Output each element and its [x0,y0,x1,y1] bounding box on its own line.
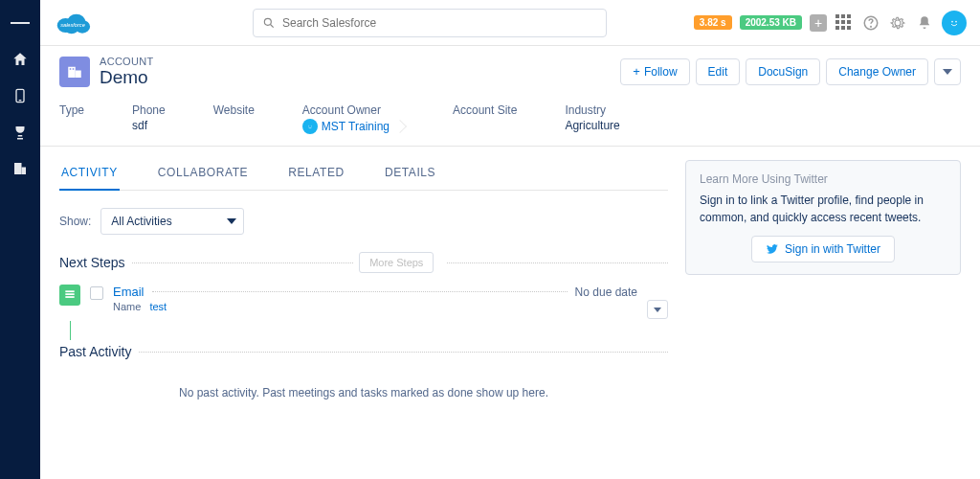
section-next-steps: Next Steps [59,255,124,270]
task-expand-button[interactable] [647,300,668,319]
left-nav [0,0,40,479]
svg-rect-19 [73,68,75,70]
owner-link[interactable]: MST Training [302,119,405,134]
app-launcher-icon[interactable] [835,13,854,33]
field-type: Type [59,103,84,134]
svg-point-14 [951,20,953,22]
help-icon[interactable] [861,13,880,33]
more-steps-button[interactable]: More Steps [359,252,434,273]
record-fields-strip: Type Phone sdf Website Account Owner MST… [40,96,980,146]
user-avatar[interactable] [942,11,967,35]
record-tabs: ACTIVITY COLLABORATE RELATED DETAILS [59,160,668,191]
task-type-icon [59,285,80,306]
hamburger-icon[interactable] [11,13,30,33]
svg-line-10 [271,24,274,27]
settings-icon[interactable] [888,13,907,33]
activity-filter-select[interactable]: All Activities [100,208,244,235]
edit-button[interactable]: Edit [696,58,741,85]
building-icon[interactable] [11,159,30,178]
svg-rect-17 [76,71,81,79]
twitter-card-title: Learn More Using Twitter [700,172,947,186]
tab-collaborate[interactable]: COLLABORATE [156,160,250,190]
owner-change-icon[interactable] [393,120,407,133]
record-name: Demo [100,67,154,88]
svg-rect-24 [65,296,74,298]
tab-activity[interactable]: ACTIVITY [59,160,120,191]
field-account-site: Account Site [453,103,517,134]
follow-button[interactable]: +Follow [620,58,689,85]
notifications-icon[interactable] [915,13,934,33]
field-website: Website [213,103,255,134]
task-row: Email No due date Name test [59,285,668,319]
svg-rect-22 [65,290,74,292]
global-search-input[interactable] [253,9,607,37]
home-icon[interactable] [11,50,30,69]
svg-point-12 [871,26,872,27]
account-entity-icon [59,57,90,87]
show-label: Show: [59,215,91,228]
svg-rect-23 [65,293,74,295]
field-industry: Industry Agriculture [565,103,619,134]
past-activity-empty: No past activity. Past meetings and task… [59,386,668,399]
svg-point-9 [264,18,271,25]
tab-related[interactable]: RELATED [286,160,346,190]
svg-rect-2 [14,163,22,174]
change-owner-button[interactable]: Change Owner [826,58,928,85]
tab-details[interactable]: DETAILS [383,160,437,190]
timeline-connector [70,321,71,340]
svg-point-20 [308,125,309,126]
field-account-owner: Account Owner MST Training [302,103,405,134]
record-header: ACCOUNT Demo +Follow Edit DocuSign Chang… [40,46,980,96]
twitter-card-desc: Sign in to link a Twitter profile, find … [700,192,947,226]
svg-rect-18 [70,68,72,70]
twitter-icon [766,242,779,256]
svg-point-13 [947,16,960,29]
section-past-activity: Past Activity [59,344,131,359]
svg-point-15 [955,20,957,22]
task-title-link[interactable]: Email [113,285,145,299]
twitter-card: Learn More Using Twitter Sign in to link… [685,160,961,275]
chevron-down-icon [227,218,236,224]
docusign-button[interactable]: DocuSign [746,58,820,85]
task-checkbox[interactable] [90,286,103,300]
perf-size-badge: 2002.53 KB [740,15,802,30]
topbar: salesforce 3.82 s 2002.53 KB + [40,0,980,46]
task-name-label: Name [113,301,141,312]
field-phone: Phone sdf [132,103,166,134]
svg-text:salesforce: salesforce [60,21,85,27]
trophy-icon[interactable] [11,123,30,142]
svg-point-21 [311,125,312,126]
svg-rect-16 [68,67,76,78]
more-actions-button[interactable] [934,58,961,85]
svg-rect-3 [22,168,27,175]
add-icon[interactable]: + [810,14,827,32]
record-type-label: ACCOUNT [100,56,154,67]
perf-time-badge: 3.82 s [694,15,732,30]
mobile-icon[interactable] [11,86,30,105]
search-icon [262,16,276,30]
salesforce-logo[interactable]: salesforce [54,10,92,36]
twitter-signin-button[interactable]: Sign in with Twitter [751,236,895,262]
task-due-date: No due date [575,285,637,299]
owner-avatar-icon [302,119,318,134]
task-name-link[interactable]: test [149,301,167,312]
